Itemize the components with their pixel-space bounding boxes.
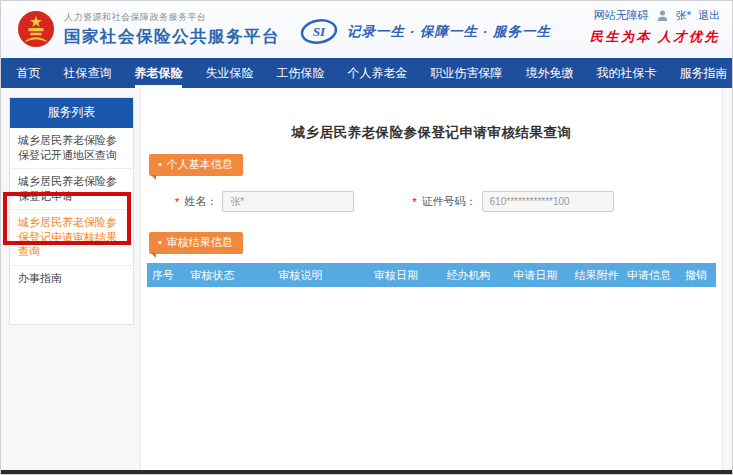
column-header-result-attachment: 结果附件 <box>571 268 622 283</box>
window-bottom-edge <box>1 470 732 474</box>
required-marker: * <box>412 196 416 208</box>
nav-item-home[interactable]: 首页 <box>5 58 52 88</box>
id-number-input[interactable] <box>482 191 614 212</box>
column-header-apply-date: 申请日期 <box>500 268 571 283</box>
header-right: 网站无障碍 张* 退出 民生为本 人才优先 <box>590 8 720 46</box>
platform-title: 国家社会保险公共服务平台 <box>64 26 280 48</box>
page-title: 城乡居民养老保险参保登记申请审核结果查询 <box>141 124 722 142</box>
column-header-audit-date: 审核日期 <box>355 268 438 283</box>
column-header-audit-status: 审核状态 <box>178 268 246 283</box>
platform-subtitle: 人力资源和社会保障政务服务平台 <box>64 11 280 24</box>
nav-item-occupational-injury[interactable]: 职业伤害保障 <box>419 58 514 88</box>
sidebar-title: 服务列表 <box>10 98 133 128</box>
brand: 人力资源和社会保障政务服务平台 国家社会保险公共服务平台 <box>17 10 280 48</box>
section-badge-personal-info: 个人基本信息 <box>149 154 243 176</box>
id-number-field: * 证件号码： <box>412 191 613 212</box>
name-label: 姓名： <box>184 194 217 209</box>
page: 人力资源和社会保障政务服务平台 国家社会保险公共服务平台 SI 记录一生 · 保… <box>0 0 733 475</box>
sidebar-item-registration-apply[interactable]: 城乡居民养老保险参保登记申请 <box>10 169 133 210</box>
username[interactable]: 张* <box>676 8 691 23</box>
brand-text: 人力资源和社会保障政务服务平台 国家社会保险公共服务平台 <box>64 11 280 48</box>
main-panel: 城乡居民养老保险参保登记申请审核结果查询 个人基本信息 * 姓名： * 证件号码… <box>140 88 723 472</box>
personal-info-form: * 姓名： * 证件号码： <box>141 191 722 212</box>
sidebar: 服务列表 城乡居民养老保险参保登记开通地区查询 城乡居民养老保险参保登记申请 城… <box>9 97 134 325</box>
id-number-label: 证件号码： <box>422 194 477 209</box>
column-header-audit-description: 审核说明 <box>247 268 355 283</box>
logout-link[interactable]: 退出 <box>698 8 720 23</box>
section-badge-audit-result: 审核结果信息 <box>149 232 243 254</box>
column-header-apply-info: 申请信息 <box>622 268 676 283</box>
sidebar-item-open-region-query[interactable]: 城乡居民养老保险参保登记开通地区查询 <box>10 128 133 169</box>
name-field: * 姓名： <box>175 191 354 212</box>
sidebar-item-guide[interactable]: 办事指南 <box>10 266 133 292</box>
national-emblem-icon <box>17 10 55 48</box>
header-slogan: 记录一生 · 保障一生 · 服务一生 <box>347 23 551 41</box>
nav-item-personal-pension[interactable]: 个人养老金 <box>336 58 419 88</box>
nav-item-shebao-query[interactable]: 社保查询 <box>52 58 123 88</box>
accessibility-link[interactable]: 网站无障碍 <box>594 8 649 23</box>
nav-item-pension-insurance[interactable]: 养老保险 <box>123 58 194 88</box>
user-icon <box>656 9 669 22</box>
table-header-row: 序号 审核状态 审核说明 审核日期 经办机构 申请日期 结果附件 申请信息 撤销 <box>147 263 716 287</box>
header-links: 网站无障碍 张* 退出 <box>590 8 720 23</box>
column-header-agency: 经办机构 <box>437 268 500 283</box>
nav-item-service-guide[interactable]: 服务指南 <box>668 58 733 88</box>
nav-item-overseas-exemption[interactable]: 境外免缴 <box>514 58 585 88</box>
main-nav: 首页 社保查询 养老保险 失业保险 工伤保险 个人养老金 职业伤害保障 境外免缴… <box>1 58 732 88</box>
audit-result-table: 序号 审核状态 审核说明 审核日期 经办机构 申请日期 结果附件 申请信息 撤销 <box>147 263 716 287</box>
center-logo: SI 记录一生 · 保障一生 · 服务一生 <box>300 18 551 45</box>
nav-item-my-social-card[interactable]: 我的社保卡 <box>585 58 668 88</box>
nav-item-unemployment-insurance[interactable]: 失业保险 <box>194 58 265 88</box>
red-slogan: 民生为本 人才优先 <box>590 28 720 46</box>
nav-item-work-injury-insurance[interactable]: 工伤保险 <box>265 58 336 88</box>
name-input[interactable] <box>222 191 354 212</box>
sidebar-item-review-result-query[interactable]: 城乡居民养老保险参保登记申请审核结果查询 <box>10 210 133 266</box>
header: 人力资源和社会保障政务服务平台 国家社会保险公共服务平台 SI 记录一生 · 保… <box>1 1 732 58</box>
column-header-revoke: 撤销 <box>676 268 716 283</box>
si-logo-icon: SI <box>300 18 338 45</box>
svg-text:SI: SI <box>313 24 326 39</box>
content-area: 服务列表 城乡居民养老保险参保登记开通地区查询 城乡居民养老保险参保登记申请 城… <box>1 88 732 472</box>
column-header-index: 序号 <box>147 268 178 283</box>
required-marker: * <box>175 196 179 208</box>
